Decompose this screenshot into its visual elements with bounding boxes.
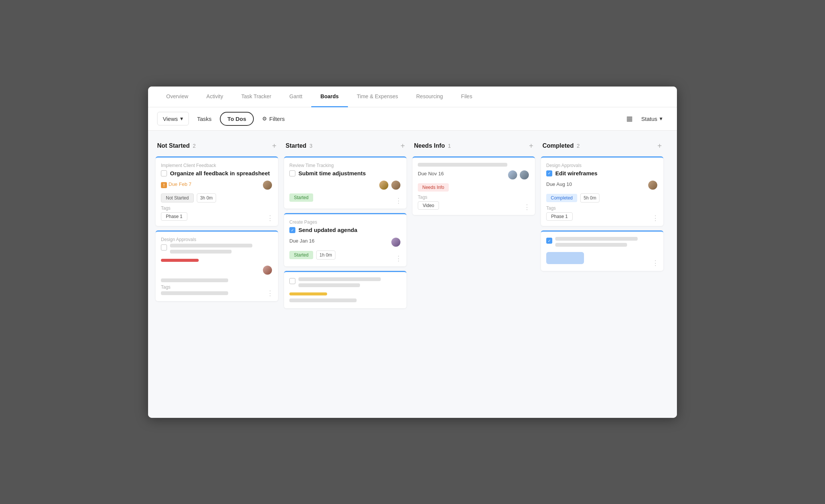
- avatar: [519, 170, 530, 180]
- card-meta-row: Needs Info: [418, 183, 530, 192]
- views-chevron-icon: ▾: [180, 115, 183, 122]
- tab-overview[interactable]: Overview: [157, 87, 197, 107]
- column-count-not-started: 2: [193, 143, 196, 149]
- status-badge: Started: [289, 193, 313, 202]
- column-add-not-started[interactable]: +: [272, 142, 277, 150]
- views-label: Views: [163, 116, 178, 122]
- card-meta-row: Not Started 3h 0m: [161, 193, 273, 203]
- tags-label: Tags: [161, 206, 273, 211]
- column-add-started[interactable]: +: [400, 142, 405, 150]
- card-due: Due Jan 16: [289, 238, 315, 244]
- column-title-not-started: Not Started: [157, 142, 190, 149]
- toolbar-right: ▦ Status ▾: [626, 112, 668, 125]
- card-title-row: Submit time adjustments: [289, 170, 401, 177]
- todos-button[interactable]: To Dos: [220, 112, 254, 126]
- card-checkbox[interactable]: [289, 278, 295, 284]
- card-title-row: [161, 244, 273, 256]
- card-completed-2: ✓ ⋮: [541, 230, 663, 271]
- card-title-row: Organize all feedback in spreadsheet: [161, 170, 273, 177]
- card-due: Due Aug 10: [546, 181, 572, 187]
- card-title-row: [289, 277, 401, 289]
- tab-boards[interactable]: Boards: [311, 87, 348, 107]
- card-title-row: ✓ Send updated agenda: [289, 226, 401, 234]
- tab-activity[interactable]: Activity: [197, 87, 232, 107]
- toolbar: Views ▾ Tasks To Dos ⚙ Filters ▦ Status …: [148, 107, 677, 131]
- column-not-started: Not Started 2 + Implement Client Feedbac…: [156, 138, 278, 410]
- card-checkbox[interactable]: [289, 170, 295, 176]
- card-meta-row: Completed 5h 0m: [546, 193, 658, 203]
- column-needs-info: Needs Info 1 + Due Nov 16 Needs Info: [412, 138, 535, 410]
- tags-label: Tags: [161, 284, 273, 290]
- card-due: Due Nov 16: [418, 171, 444, 176]
- column-title-completed: Completed: [542, 142, 574, 149]
- card-category: Design Approvals: [161, 237, 273, 242]
- card-more-icon[interactable]: ⋮: [652, 259, 659, 267]
- tab-time-expenses[interactable]: Time & Expenses: [348, 87, 407, 107]
- warning-icon: !: [161, 182, 167, 188]
- card-title-row: ✓: [546, 237, 658, 249]
- card-category: Implement Client Feedback: [161, 163, 273, 168]
- card-started-2: Create Pages ✓ Send updated agenda Due J…: [284, 213, 406, 266]
- todos-label: To Dos: [227, 116, 246, 122]
- tasks-button[interactable]: Tasks: [192, 113, 217, 125]
- card-title: Organize all feedback in spreadsheet: [170, 170, 270, 177]
- card-checkbox[interactable]: [161, 244, 167, 250]
- status-button[interactable]: Status ▾: [636, 112, 668, 125]
- card-more-icon[interactable]: ⋮: [524, 203, 530, 211]
- card-due-row: ! Due Feb 7: [161, 180, 273, 190]
- card-more-icon[interactable]: ⋮: [267, 214, 273, 222]
- card-checkbox[interactable]: ✓: [546, 170, 552, 176]
- avatars-row: [507, 170, 530, 180]
- card-more-icon[interactable]: ⋮: [652, 214, 659, 222]
- tab-resourcing[interactable]: Resourcing: [407, 87, 452, 107]
- card-due-row: Due Aug 10: [546, 180, 658, 190]
- tags-label: Tags: [418, 195, 530, 200]
- filters-label: Filters: [269, 116, 285, 122]
- views-button[interactable]: Views ▾: [157, 112, 189, 125]
- status-chevron-icon: ▾: [660, 115, 663, 122]
- status-badge: Not Started: [161, 193, 194, 203]
- time-badge: 3h 0m: [197, 193, 216, 203]
- card-due-row: Due Jan 16: [289, 237, 401, 247]
- tab-gantt[interactable]: Gantt: [280, 87, 311, 107]
- blurred-title: [298, 277, 401, 289]
- blurred-header: [418, 163, 530, 167]
- card-title: Edit wireframes: [555, 170, 598, 177]
- card-checkbox[interactable]: ✓: [546, 238, 552, 244]
- red-progress-bar: [161, 259, 199, 262]
- column-completed: Completed 2 + Design Approvals ✓ Edit wi…: [541, 138, 663, 410]
- tab-files[interactable]: Files: [452, 87, 482, 107]
- column-header-completed: Completed 2 +: [541, 138, 663, 153]
- board-area: Not Started 2 + Implement Client Feedbac…: [148, 131, 677, 418]
- blurred-title: [555, 237, 658, 249]
- card-category: Design Approvals: [546, 163, 658, 168]
- time-badge: 1h 0m: [316, 250, 335, 260]
- card-not-started-1: Implement Client Feedback Organize all f…: [156, 156, 278, 226]
- tag: Phase 1: [546, 212, 573, 221]
- column-header-started: Started 3 +: [284, 138, 406, 153]
- card-more-icon[interactable]: ⋮: [267, 289, 273, 297]
- column-header-not-started: Not Started 2 +: [156, 138, 278, 153]
- card-started-3: [284, 271, 406, 308]
- status-label: Status: [641, 116, 657, 122]
- card-more-icon[interactable]: ⋮: [395, 254, 402, 263]
- column-count-needs-info: 1: [448, 143, 451, 149]
- filters-button[interactable]: ⚙ Filters: [257, 113, 290, 125]
- column-count-completed: 2: [577, 143, 580, 149]
- avatar: [507, 170, 518, 180]
- filter-icon: ⚙: [262, 116, 267, 122]
- column-add-needs-info[interactable]: +: [529, 142, 533, 150]
- card-category: Create Pages: [289, 220, 401, 225]
- card-title: Submit time adjustments: [298, 170, 366, 177]
- column-add-completed[interactable]: +: [657, 142, 662, 150]
- status-badge: Completed: [546, 194, 577, 202]
- nav-tabs: Overview Activity Task Tracker Gantt Boa…: [148, 87, 677, 107]
- app-window: Overview Activity Task Tracker Gantt Boa…: [148, 87, 677, 418]
- card-checkbox[interactable]: ✓: [289, 227, 295, 233]
- card-more-icon[interactable]: ⋮: [395, 196, 402, 205]
- card-title: Send updated agenda: [298, 226, 357, 234]
- tag: Video: [418, 201, 439, 210]
- grid-icon: ▦: [626, 114, 633, 123]
- tab-task-tracker[interactable]: Task Tracker: [232, 87, 280, 107]
- card-checkbox[interactable]: [161, 170, 167, 176]
